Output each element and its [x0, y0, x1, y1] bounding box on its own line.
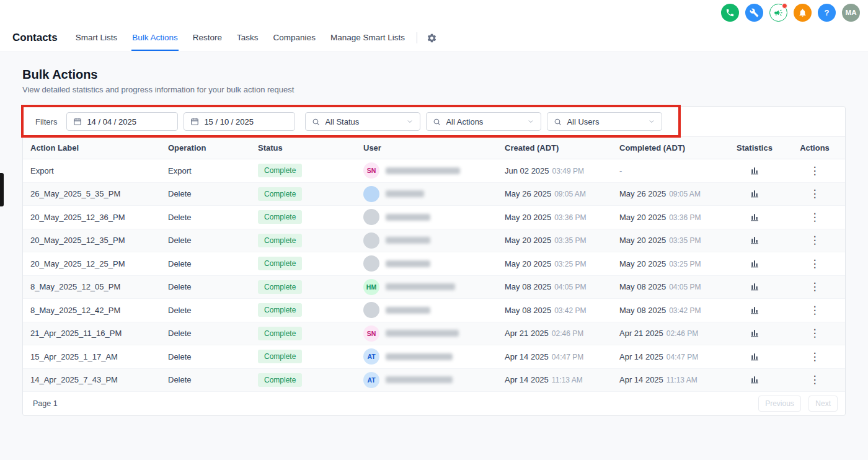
bell-icon[interactable]: [794, 4, 812, 22]
completed-cell: Apr 14 202511:13 AM: [612, 375, 725, 384]
avatar: AT: [363, 348, 379, 365]
row-actions-kebab-icon[interactable]: ⋮: [806, 350, 824, 363]
status-cell: Complete: [250, 187, 356, 201]
statistics-icon[interactable]: [747, 164, 762, 177]
statistics-icon[interactable]: [747, 280, 762, 293]
status-badge: Complete: [258, 234, 302, 247]
megaphone-icon[interactable]: [769, 4, 787, 22]
statistics-icon[interactable]: [747, 187, 762, 200]
status-cell: Complete: [250, 164, 356, 177]
completed-cell: -: [612, 166, 725, 175]
statistics-icon[interactable]: [747, 257, 762, 270]
statistics-cell: [725, 304, 784, 317]
action-label-cell: 14_Apr_2025_7_43_PM: [23, 375, 161, 384]
action-label-cell: 8_May_2025_12_05_PM: [23, 282, 161, 291]
actions-cell: ⋮: [784, 373, 845, 386]
created-date: Apr 14 2025: [505, 375, 549, 384]
date-to-input[interactable]: 15 / 10 / 2025: [184, 112, 295, 131]
completed-date: May 08 2025: [619, 306, 666, 315]
avatar: SN: [363, 325, 379, 342]
operation-cell: Delete: [161, 213, 250, 222]
completed-time: 03:35 PM: [669, 236, 701, 245]
user-cell: SN: [356, 162, 497, 179]
row-actions-kebab-icon[interactable]: ⋮: [806, 257, 824, 270]
row-actions-kebab-icon[interactable]: ⋮: [806, 373, 824, 386]
operation-cell: Delete: [161, 189, 250, 198]
user-cell: [356, 186, 497, 202]
table-row: 26_May_2025_5_35_PMDeleteCompleteMay 26 …: [23, 183, 845, 206]
row-actions-kebab-icon[interactable]: ⋮: [806, 280, 824, 293]
operation-cell: Delete: [161, 259, 250, 268]
bulk-actions-card: Filters 14 / 04 / 2025 15 / 10 / 2025 Al…: [22, 106, 846, 416]
row-actions-kebab-icon[interactable]: ⋮: [806, 211, 824, 224]
users-filter-select[interactable]: All Users: [547, 112, 662, 131]
completed-date: Apr 14 2025: [619, 375, 663, 384]
help-icon[interactable]: ?: [818, 4, 836, 22]
statistics-icon[interactable]: [747, 211, 762, 223]
filters-bar: Filters 14 / 04 / 2025 15 / 10 / 2025 Al…: [23, 107, 845, 137]
tab-tasks[interactable]: Tasks: [236, 25, 259, 51]
tab-restore[interactable]: Restore: [192, 25, 223, 51]
search-icon: [433, 118, 441, 126]
column-header-created-adt: Created (ADT): [497, 143, 612, 153]
previous-button[interactable]: Previous: [758, 396, 801, 412]
next-button[interactable]: Next: [808, 396, 838, 412]
column-header-statistics: Statistics: [725, 143, 784, 153]
operation-cell: Export: [161, 166, 250, 175]
statistics-cell: [725, 373, 784, 386]
actions-filter-select[interactable]: All Actions: [426, 112, 541, 131]
completed-date: May 20 2025: [619, 236, 666, 245]
table-row: 8_May_2025_12_05_PMDeleteCompleteHMMay 0…: [23, 276, 845, 299]
statistics-icon[interactable]: [747, 350, 762, 363]
calendar-icon: [190, 117, 199, 126]
tab-companies[interactable]: Companies: [273, 25, 316, 51]
pagination: Previous Next: [753, 396, 838, 412]
statistics-icon[interactable]: [747, 234, 762, 246]
completed-date: May 26 2025: [619, 189, 666, 198]
actions-cell: ⋮: [784, 350, 845, 363]
row-actions-kebab-icon[interactable]: ⋮: [806, 164, 824, 177]
completed-time: 04:47 PM: [666, 353, 698, 361]
completed-cell: May 20 202503:36 PM: [612, 213, 725, 222]
redacted-user-name: [386, 167, 460, 174]
action-label-cell: 20_May_2025_12_35_PM: [23, 236, 161, 245]
topbar-icons: ?MA: [721, 4, 860, 22]
completed-cell: May 08 202503:42 PM: [612, 306, 725, 315]
statistics-icon[interactable]: [747, 304, 762, 316]
avatar: [363, 302, 379, 318]
operation-cell: Delete: [161, 306, 250, 315]
status-cell: Complete: [250, 303, 356, 317]
avatar-icon[interactable]: MA: [842, 4, 860, 22]
date-from-input[interactable]: 14 / 04 / 2025: [66, 112, 178, 131]
tab-bulk-actions[interactable]: Bulk Actions: [131, 25, 179, 51]
actions-cell: ⋮: [784, 164, 845, 177]
status-badge: Complete: [258, 373, 302, 387]
created-time: 04:05 PM: [554, 283, 586, 291]
table-row: 14_Apr_2025_7_43_PMDeleteCompleteATApr 1…: [23, 369, 845, 392]
action-label-cell: 21_Apr_2025_11_16_PM: [23, 329, 161, 338]
filters-label: Filters: [35, 117, 57, 126]
statistics-cell: [725, 350, 784, 363]
settings-gear-icon[interactable]: [427, 33, 437, 43]
created-time: 02:46 PM: [552, 329, 583, 338]
status-badge: Complete: [258, 327, 302, 340]
statistics-icon[interactable]: [747, 327, 762, 339]
tools-icon[interactable]: [745, 4, 763, 22]
status-filter-select[interactable]: All Status: [305, 112, 420, 131]
phone-icon[interactable]: [721, 4, 739, 22]
statistics-icon[interactable]: [747, 373, 762, 386]
action-label-cell: 20_May_2025_12_36_PM: [23, 213, 161, 222]
row-actions-kebab-icon[interactable]: ⋮: [806, 187, 824, 200]
created-date: May 08 2025: [505, 282, 551, 291]
table-row: 21_Apr_2025_11_16_PMDeleteCompleteSNApr …: [23, 322, 845, 346]
avatar: [363, 255, 379, 272]
avatar: [363, 232, 379, 249]
table-row: 20_May_2025_12_25_PMDeleteCompleteMay 20…: [23, 252, 845, 276]
row-actions-kebab-icon[interactable]: ⋮: [806, 327, 824, 340]
row-actions-kebab-icon[interactable]: ⋮: [806, 304, 824, 317]
actions-cell: ⋮: [784, 234, 845, 247]
tab-smart-lists[interactable]: Smart Lists: [75, 25, 118, 51]
tab-manage-smart-lists[interactable]: Manage Smart Lists: [330, 25, 405, 51]
row-actions-kebab-icon[interactable]: ⋮: [806, 234, 824, 247]
created-time: 03:35 PM: [554, 236, 586, 245]
